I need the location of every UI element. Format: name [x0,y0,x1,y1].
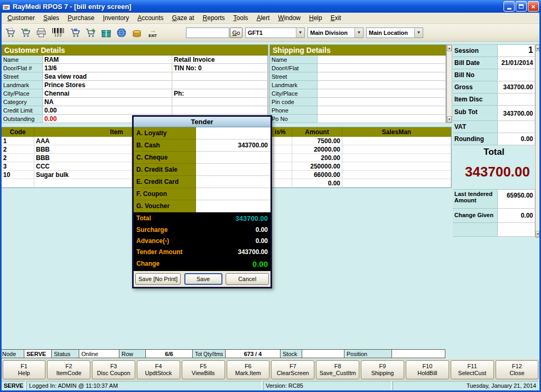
menu-gaze-at[interactable]: Gaze at [168,13,199,23]
menu-accounts[interactable]: Accounts [133,13,167,23]
scroll-up-icon[interactable]: ▲ [536,45,539,51]
new-bill-cart-icon[interactable] [3,25,17,40]
ship-door-value [318,64,446,72]
maximize-button[interactable] [516,1,527,12]
menu-sales[interactable]: Sales [39,13,63,23]
cash-input[interactable]: 343700.00 [196,139,270,152]
save-no-print-button[interactable]: Save [No Print] [135,273,181,285]
f6-mark-item-button[interactable]: F6Mark.Item [227,360,270,379]
ship-phone-value [318,106,446,115]
cell-salesman [342,179,451,188]
ship-pono-value [318,115,446,123]
fkey-key: F5 [200,363,207,369]
customer-details-panel: Customer Details Name RAM Retail Invoice… [1,44,268,123]
field-label: Pin code [270,98,318,106]
save-button[interactable]: Save [184,273,222,285]
minimize-button[interactable] [503,1,515,12]
cell-amount: 200.00 [292,154,342,162]
scroll-down-icon[interactable]: ▼ [447,116,452,123]
f5-viewbills-button[interactable]: F5ViewBills [182,360,225,379]
fkey-label: Disc Coupon [92,370,135,377]
menu-exit[interactable]: Exit [327,13,346,23]
menu-tools[interactable]: Tools [229,13,253,23]
credit-card-input[interactable] [196,176,270,188]
ship-street-value [318,72,446,81]
phone-value: Ph: [172,89,268,98]
location-select[interactable]: Main Location ▼ [366,27,423,38]
f4-updtstock-button[interactable]: F4UpdtStock [137,360,180,379]
barcode-icon[interactable]: 123 [49,25,67,40]
print-icon[interactable] [34,25,48,40]
scroll-up-icon[interactable]: ▲ [447,45,452,51]
footer-bar: SERVE Logged In: ADMIN @ 11:10:37 AM Ver… [0,381,541,391]
f1-help-button[interactable]: F1Help [3,360,46,379]
credit-card-label: E. Credit Card [134,176,196,188]
f10-holdbill-button[interactable]: F10HoldBill [406,360,449,379]
cell-salesman [342,171,451,179]
advance-value: 0.00 [196,235,270,246]
f12-close-button[interactable]: F12Close [496,360,539,379]
shipping-scrollbar[interactable]: ▲ ▼ [446,44,452,123]
sub-tot-label: Sub Tot [453,106,498,121]
coins-icon[interactable] [129,25,144,40]
change-given-label: Change Given [453,209,498,223]
division-select[interactable]: Main Division ▼ [307,27,363,38]
menu-inventory[interactable]: Inventory [99,13,133,23]
field-label: Name [270,55,318,64]
toolbar: 123 → EXIT Go GFT1 ▼ Main Division ▼ Mai… [0,24,541,42]
menu-alert[interactable]: Alert [253,13,274,23]
ship-landmark-value [318,81,446,89]
f2-itemcode-button[interactable]: F2ItemCode [47,360,90,379]
go-button[interactable]: Go [230,27,242,38]
menu-reports[interactable]: Reports [199,13,229,23]
menu-purchase[interactable]: Purchase [63,13,99,23]
door-flat-value: 13/6 [43,64,172,72]
function-key-bar: F1Help F2ItemCode F3Disc Coupon F4UpdtSt… [0,359,541,380]
cell-amount: 250000.00 [292,162,342,171]
coupon-input[interactable] [196,188,270,200]
coupon-label: F. Coupon [134,188,196,200]
cheque-label: C. Cheque [134,152,196,164]
cart-green-icon[interactable] [18,25,33,40]
scroll-down-icon[interactable]: ▼ [536,231,539,237]
status-qty-label: Tot Qty/Itms [192,349,226,358]
sub-tot-value: 343700.00 [498,106,535,121]
invoice-type-value: Retail Invoice [172,55,268,64]
bill-no-label: Bill No [453,69,498,81]
menu-help[interactable]: Help [305,13,327,23]
quick-search-input[interactable] [186,27,229,38]
menu-window[interactable]: Window [274,13,305,23]
field-label: Landmark [2,81,43,89]
cart-blue-icon[interactable] [68,25,82,40]
field-label: Category [2,98,43,106]
tender-totals-grid: Total 343700.00 Surcharge 0.00 Advance(-… [134,212,270,271]
f3-disc-coupon-button[interactable]: F3Disc Coupon [92,360,135,379]
status-status-value: Online [79,349,119,358]
item-disc-value [498,94,535,106]
f9-shipping-button[interactable]: F9Shipping [361,360,404,379]
f7-clearscreen-button[interactable]: F7ClearScreen [271,360,314,379]
credit-sale-input[interactable] [196,164,270,176]
voucher-input[interactable] [196,200,270,212]
menu-customer[interactable]: Customer [3,13,39,23]
app-icon [2,2,11,11]
loyalty-input[interactable] [196,127,270,139]
globe-icon[interactable] [114,25,128,40]
session-label: Session [453,45,498,57]
cart-add-icon[interactable] [83,25,98,40]
f11-selectcust-button[interactable]: F11SelectCust [451,360,494,379]
tender-amount-value: 343700.00 [196,246,270,258]
store-select[interactable]: GFT1 ▼ [245,27,305,38]
fkey-label: Mark.Item [227,370,269,377]
fkey-key: F4 [155,363,162,369]
close-button[interactable]: × [528,1,539,12]
exit-icon[interactable]: → EXIT [145,25,161,40]
tender-summary-grid: Last tendered Amount 65950.00 Change Giv… [453,189,535,237]
gross-label: Gross [453,81,498,94]
cheque-input[interactable] [196,152,270,164]
cancel-button[interactable]: Cancel [226,273,269,285]
gross-value: 343700.00 [498,81,535,94]
package-icon[interactable] [99,25,113,40]
f8-save-custitm-button[interactable]: F8Save_CustItm [316,360,359,379]
shipping-details-panel: Shipping Details Name Door#/Flat Street … [269,44,446,123]
